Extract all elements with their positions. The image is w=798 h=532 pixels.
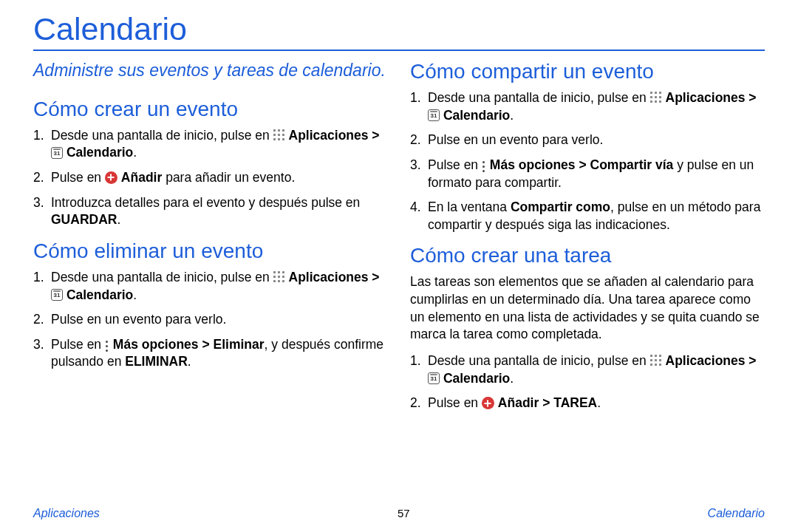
text: Pulse en un evento para verlo.: [51, 312, 226, 327]
list-item: 2. Pulse en un evento para verlo.: [410, 132, 765, 149]
bold-text: Calendario: [66, 287, 133, 302]
content-columns: Administre sus eventos y tareas de calen…: [33, 60, 765, 423]
heading-delete-event: Cómo eliminar un evento: [33, 239, 388, 263]
list-item: 1. Desde una pantalla de inicio, pulse e…: [33, 269, 388, 304]
bold-text: Compartir como: [511, 200, 610, 214]
text: .: [188, 354, 191, 369]
text: .: [133, 145, 137, 160]
bold-text: Aplicaciones: [289, 128, 369, 143]
bold-text: ELIMINAR: [125, 354, 188, 369]
add-icon: [105, 171, 117, 184]
task-intro: Las tareas son elementos que se añaden a…: [410, 273, 765, 344]
calendar-icon: 31: [51, 289, 63, 301]
bold-text: Calendario: [443, 108, 510, 123]
footer-right: Calendario: [708, 507, 765, 520]
list-delete-event: 1. Desde una pantalla de inicio, pulse e…: [33, 269, 388, 371]
heading-share-event: Cómo compartir un evento: [410, 60, 765, 83]
bold-text: >: [368, 128, 379, 143]
bold-text: Más opciones > Compartir vía: [490, 157, 673, 172]
list-item: 3. Pulse en Más opciones > Eliminar, y d…: [33, 336, 388, 371]
bold-text: >: [368, 270, 379, 284]
apps-icon: [273, 271, 285, 283]
list-item: 2. Pulse en un evento para verlo.: [33, 311, 388, 329]
list-item: 1. Desde una pantalla de inicio, pulse e…: [410, 352, 765, 387]
bold-text: TAREA: [553, 395, 597, 410]
apps-icon: [650, 355, 662, 366]
text: .: [510, 108, 514, 123]
text: .: [597, 395, 601, 410]
heading-create-task: Cómo crear una tarea: [410, 244, 765, 267]
text: Pulse en: [428, 395, 482, 410]
list-item: 3. Pulse en Más opciones > Compartir vía…: [410, 157, 765, 191]
page-title: Calendario: [33, 11, 765, 51]
bold-text: Añadir: [121, 170, 162, 185]
apps-icon: [650, 92, 662, 103]
bold-text: Añadir: [498, 395, 539, 410]
list-create-event: 1. Desde una pantalla de inicio, pulse e…: [33, 127, 388, 229]
text: Pulse en: [51, 170, 105, 185]
page-subtitle: Administre sus eventos y tareas de calen…: [33, 60, 388, 81]
list-item: 1. Desde una pantalla de inicio, pulse e…: [33, 127, 388, 162]
bold-text: Aplicaciones: [666, 90, 746, 105]
list-item: 2. Pulse en Añadir > TAREA.: [410, 395, 765, 412]
right-column: Cómo compartir un evento 1. Desde una pa…: [410, 60, 765, 423]
text: .: [133, 287, 137, 302]
bold-text: >: [539, 395, 553, 410]
text: .: [117, 212, 120, 227]
footer-left: Aplicaciones: [33, 507, 100, 520]
calendar-icon: 31: [428, 109, 440, 121]
text: Desde una pantalla de inicio, pulse en: [428, 353, 650, 368]
heading-create-event: Cómo crear un evento: [33, 98, 388, 121]
text: para añadir un evento.: [162, 170, 295, 185]
calendar-icon: 31: [51, 147, 63, 159]
bold-text: Aplicaciones: [289, 270, 369, 284]
more-options-icon: [105, 341, 109, 353]
bold-text: GUARDAR: [51, 212, 117, 227]
text: Pulse en: [51, 337, 105, 352]
page-footer: Aplicaciones 57 Calendario: [0, 507, 798, 520]
page-number: 57: [398, 507, 410, 520]
bold-text: Más opciones > Eliminar: [113, 337, 265, 352]
text: .: [510, 371, 514, 386]
left-column: Administre sus eventos y tareas de calen…: [33, 60, 388, 423]
text: Pulse en: [428, 157, 482, 172]
bold-text: >: [745, 90, 756, 105]
bold-text: >: [745, 353, 756, 368]
list-item: 3. Introduzca detalles para el evento y …: [33, 194, 388, 229]
bold-text: Calendario: [443, 371, 510, 386]
calendar-icon: 31: [428, 372, 440, 384]
bold-text: Calendario: [66, 145, 133, 160]
list-create-task: 1. Desde una pantalla de inicio, pulse e…: [410, 352, 765, 412]
apps-icon: [273, 129, 285, 141]
list-item: 2. Pulse en Añadir para añadir un evento…: [33, 169, 388, 187]
text: Desde una pantalla de inicio, pulse en: [51, 128, 273, 143]
list-item: 1. Desde una pantalla de inicio, pulse e…: [410, 89, 765, 124]
add-icon: [482, 397, 494, 409]
text: En la ventana: [428, 200, 511, 214]
text: Desde una pantalla de inicio, pulse en: [428, 90, 650, 105]
text: Desde una pantalla de inicio, pulse en: [51, 270, 273, 284]
text: Introduzca detalles para el evento y des…: [51, 195, 360, 210]
more-options-icon: [482, 161, 486, 174]
list-item: 4. En la ventana Compartir como, pulse e…: [410, 199, 765, 233]
bold-text: Aplicaciones: [666, 353, 746, 368]
list-share-event: 1. Desde una pantalla de inicio, pulse e…: [410, 89, 765, 233]
text: Pulse en un evento para verlo.: [428, 132, 603, 147]
